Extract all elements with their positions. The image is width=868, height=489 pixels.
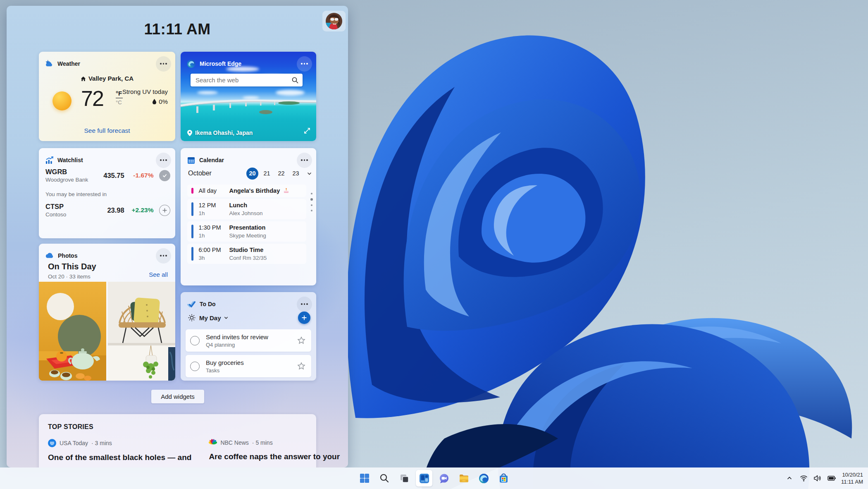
add-task-button[interactable] [298, 312, 310, 324]
calendar-event-lunch[interactable]: 12 PM1h LunchAlex Johnson [187, 199, 306, 219]
todo-widget[interactable]: To Do My Day [181, 292, 316, 381]
top-stories-title: TOP STORIES [48, 423, 93, 431]
calendar-scrollbar[interactable] [310, 193, 313, 211]
calendar-event-studio-time[interactable]: 6:00 PM3h Studio TimeConf Rm 32/35 [187, 244, 306, 264]
chevron-down-icon[interactable] [224, 315, 229, 320]
watchlist-chart-icon [45, 156, 53, 164]
weather-condition: Strong UV today [122, 88, 168, 95]
windows-logo-icon [360, 473, 370, 483]
photos-cloud-icon [45, 253, 54, 259]
event-color-bar [191, 188, 193, 194]
calendar-event-presentation[interactable]: 1:30 PM1h PresentationSkype Meeting [187, 221, 306, 242]
sunny-icon [52, 91, 72, 110]
file-explorer-button[interactable] [455, 470, 472, 487]
date-pill-21[interactable]: 21 [261, 168, 273, 180]
photos-heading: On This Day [48, 262, 96, 271]
stock-change: -1.67% [124, 172, 154, 179]
date-pill-22[interactable]: 22 [275, 168, 287, 180]
task-checkbox[interactable] [190, 336, 200, 345]
watchlist-title: Watchlist [57, 157, 83, 163]
task-buy-groceries[interactable]: Buy groceries Tasks [186, 355, 311, 377]
date-pill-20[interactable]: 20 [246, 168, 258, 180]
watchlist-more-button[interactable] [156, 153, 171, 168]
stock-ticker: CTSP [45, 203, 96, 211]
search-button[interactable] [376, 470, 393, 487]
stock-added-check-icon[interactable] [159, 170, 170, 181]
news-headline[interactable]: One of the smallest black holes — and [48, 453, 191, 462]
taskbar-date: 10/20/21 [841, 471, 863, 478]
date-pill-23[interactable]: 23 [290, 168, 302, 180]
droplet-icon [152, 99, 157, 104]
task-view-button[interactable] [396, 470, 413, 487]
search-icon [379, 473, 389, 483]
watchlist-widget[interactable]: Watchlist WGRB Woodgrove Bank 435.75 -1.… [39, 148, 175, 238]
see-full-forecast-link[interactable]: See full forecast [39, 127, 175, 134]
store-icon [498, 473, 509, 484]
photos-more-button[interactable] [156, 248, 171, 264]
star-icon[interactable] [297, 362, 305, 370]
edge-title: Microsoft Edge [200, 60, 241, 67]
photos-widget[interactable]: Photos On This Day Oct 20 · 33 items See… [39, 244, 175, 381]
watchlist-suggestion-label: You may be interested in [45, 191, 107, 197]
weather-more-button[interactable] [156, 56, 171, 72]
event-color-bar [191, 202, 193, 216]
chat-button[interactable] [436, 470, 452, 487]
star-icon[interactable] [297, 336, 305, 345]
weather-temperature: 72 [81, 86, 103, 111]
stock-row-ctsp[interactable]: CTSP Contoso 23.98 +2.23% [45, 203, 170, 218]
edge-more-button[interactable] [297, 56, 312, 72]
microsoft-store-button[interactable] [495, 470, 512, 487]
edge-logo [187, 60, 196, 68]
battery-icon[interactable] [827, 474, 836, 483]
unit-divider [116, 98, 123, 98]
search-input[interactable] [196, 77, 292, 84]
stock-ticker: WGRB [45, 168, 96, 176]
taskbar: 10/20/21 11:11 AM [0, 467, 868, 489]
stock-change: +2.23% [124, 206, 154, 214]
unit-celsius[interactable]: °C [116, 99, 126, 105]
start-button[interactable] [356, 470, 373, 487]
todo-more-button[interactable] [297, 297, 312, 312]
edge-browser-button[interactable] [475, 470, 492, 487]
calendar-event-allday[interactable]: All day Angela's Birthday [187, 185, 306, 197]
search-icon[interactable] [292, 77, 298, 84]
task-send-invites[interactable]: Send invites for review Q4 planning [186, 329, 311, 352]
volume-icon[interactable] [813, 474, 822, 483]
add-stock-icon[interactable] [159, 205, 170, 216]
stock-row-wgrb[interactable]: WGRB Woodgrove Bank 435.75 -1.67% [45, 168, 170, 183]
task-checkbox[interactable] [190, 362, 200, 371]
wifi-icon[interactable] [799, 474, 808, 483]
taskbar-time: 11:11 AM [841, 478, 863, 485]
todo-list-name[interactable]: My Day [199, 314, 221, 321]
widgets-button[interactable] [416, 470, 432, 487]
calendar-more-button[interactable] [297, 153, 312, 168]
photo-thumbnail-still-life[interactable] [39, 282, 106, 381]
calendar-widget[interactable]: Calendar October 20 21 22 23 All day Ang… [181, 148, 316, 285]
event-color-bar [191, 225, 193, 238]
stock-company: Contoso [45, 211, 96, 218]
chevron-down-icon[interactable] [307, 171, 312, 176]
taskbar-clock[interactable]: 10/20/21 11:11 AM [841, 471, 863, 485]
expand-icon[interactable] [304, 127, 310, 136]
see-all-link[interactable]: See all [149, 271, 168, 278]
news-headline[interactable]: Are coffee naps the answer to your [209, 452, 340, 461]
calendar-icon [187, 156, 195, 164]
photos-title: Photos [58, 252, 77, 259]
add-widgets-button[interactable]: Add widgets [151, 390, 204, 403]
weather-cloud-icon [45, 60, 53, 68]
top-stories-section: TOP STORIES USA Today · 3 mins One of th… [39, 414, 316, 467]
news-story-nbc[interactable]: NBC News · 5 mins Are coffee naps the an… [209, 439, 340, 462]
event-color-bar [191, 247, 193, 261]
edge-widget[interactable]: Microsoft Edge Ikema Ohashi, Japan [181, 52, 316, 141]
todo-check-icon [187, 301, 196, 307]
edge-search-box[interactable] [191, 74, 303, 86]
map-pin-icon [187, 130, 192, 136]
todo-title: To Do [200, 301, 216, 307]
weather-widget[interactable]: Weather Valley Park, CA 72 °F °C Strong … [39, 52, 175, 141]
hidden-icons-chevron[interactable] [785, 474, 794, 483]
user-avatar-button[interactable] [322, 11, 346, 31]
photo-thumbnail-chair[interactable] [108, 282, 175, 381]
news-story-usa-today[interactable]: USA Today · 3 mins One of the smallest b… [48, 439, 191, 462]
weather-title: Weather [57, 60, 80, 67]
weather-precipitation: 0% [152, 98, 168, 105]
